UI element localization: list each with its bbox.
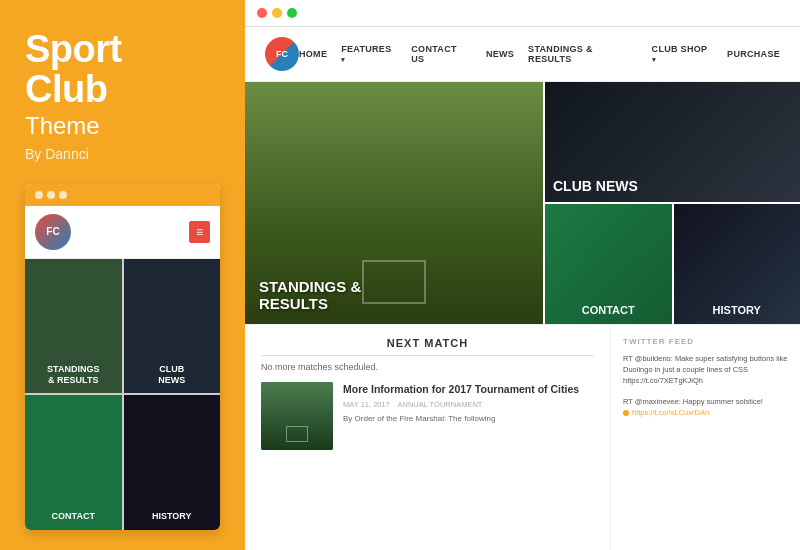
hero-main-standings: STANDINGS & RESULTS [245,82,543,324]
bottom-left: NEXT MATCH No more matches scheduled. Mo… [245,325,610,550]
article-thumbnail [261,382,333,450]
chrome-dot-close[interactable] [257,8,267,18]
chrome-dot-minimize[interactable] [272,8,282,18]
tweet-dot-icon [623,410,629,416]
site-logo: FC [265,37,299,71]
nav-contact-us[interactable]: CONTACT US [411,44,472,64]
browser-chrome [245,0,800,27]
hero-bottom-right: CONTACT HISTORY [545,204,800,324]
left-panel: Sport Club Theme By Dannci FC ≡ STANDING… [0,0,245,550]
hero-contact-label: CONTACT [582,304,635,316]
next-match-divider [261,355,594,356]
tweet-1: RT @builderio: Make super satisfying but… [623,354,788,387]
site-nav: FC HOME FEATURES CONTACT US NEWS STANDIN… [245,27,800,82]
twitter-title: TWITTER FEED [623,337,788,346]
nav-purchase[interactable]: PURCHASE [727,49,780,59]
brand-subtitle: Theme [25,112,220,140]
tweet-2: RT @maxinevee: Happy summer solstice! ht… [623,397,788,419]
article-row: More Information for 2017 Tournament of … [261,382,594,450]
article-excerpt: By Order of the Fire Marshal: The follow… [343,413,594,424]
tweet-link[interactable]: https://t.co/IsLCuxrDAn [632,408,709,417]
mini-cell-history: HISTORY [124,395,221,530]
hero-club-news-label: CLUB NEWS [553,178,638,194]
right-panel: FC HOME FEATURES CONTACT US NEWS STANDIN… [245,0,800,550]
article-category: ANNUAL TOURNAMENT [398,400,483,409]
nav-standings[interactable]: STANDINGS & RESULTS [528,44,638,64]
mini-grid: STANDINGS& RESULTS CLUBNEWS CONTACT HIST… [25,259,220,530]
article-meta: MAY 11, 2017 ANNUAL TOURNAMENT [343,400,594,409]
brand-name: Sport Club Theme By Dannci [25,30,220,162]
site-nav-links: HOME FEATURES CONTACT US NEWS STANDINGS … [299,44,780,64]
mini-cell-club-news: CLUBNEWS [124,259,221,394]
hero-history-label: HISTORY [713,304,761,316]
hero-contact: CONTACT [545,204,672,324]
twitter-sidebar: TWITTER FEED RT @builderio: Make super s… [610,325,800,550]
no-matches-text: No more matches scheduled. [261,362,594,372]
article-title: More Information for 2017 Tournament of … [343,382,594,396]
hero-history: HISTORY [674,204,801,324]
mini-dot-2 [47,191,55,199]
mini-cell-contact: CONTACT [25,395,122,530]
mini-dot-3 [59,191,67,199]
nav-club-shop[interactable]: CLUB SHOP [652,44,713,64]
mini-cell-standings: STANDINGS& RESULTS [25,259,122,394]
chrome-dot-fullscreen[interactable] [287,8,297,18]
brand-title-line1: Sport [25,30,220,70]
hero-main-label: STANDINGS & RESULTS [259,278,361,313]
mini-site-logo: FC [35,214,71,250]
next-match-title: NEXT MATCH [261,337,594,349]
nav-features[interactable]: FEATURES [341,44,397,64]
brand-by: By Dannci [25,146,220,162]
mini-dot-1 [35,191,43,199]
nav-home[interactable]: HOME [299,49,327,59]
hero-grid: STANDINGS & RESULTS CLUB NEWS CONTACT [245,82,800,324]
mini-browser-mockup: FC ≡ STANDINGS& RESULTS CLUBNEWS CONTACT [25,184,220,530]
mini-nav: FC ≡ [25,206,220,259]
hero-club-news: CLUB NEWS [545,82,800,202]
nav-news[interactable]: NEWS [486,49,514,59]
website-content: FC HOME FEATURES CONTACT US NEWS STANDIN… [245,27,800,550]
article-date: MAY 11, 2017 [343,400,390,409]
brand-title-line2: Club [25,70,220,110]
article-info: More Information for 2017 Tournament of … [343,382,594,450]
mini-browser-bar [25,184,220,206]
mini-hamburger-button[interactable]: ≡ [189,221,210,243]
bottom-area: NEXT MATCH No more matches scheduled. Mo… [245,324,800,550]
